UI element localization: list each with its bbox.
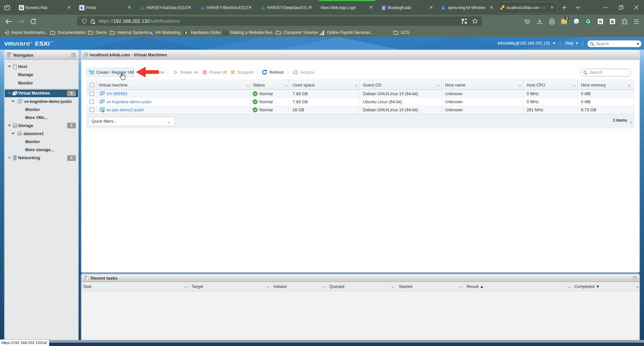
svg-text:1: 1: [566, 16, 568, 20]
svg-text:S: S: [150, 31, 152, 35]
svg-text:ware: ware: [13, 40, 30, 47]
svg-text:X: X: [185, 31, 187, 35]
svg-text:K: K: [20, 6, 23, 10]
svg-text:K: K: [80, 6, 84, 10]
svg-text:R: R: [611, 19, 614, 24]
svg-text:ESXi: ESXi: [35, 41, 50, 47]
svg-text:TM: TM: [50, 41, 52, 43]
svg-text:c: c: [224, 31, 226, 34]
svg-text:N: N: [599, 19, 602, 24]
svg-text:vm: vm: [4, 40, 14, 47]
